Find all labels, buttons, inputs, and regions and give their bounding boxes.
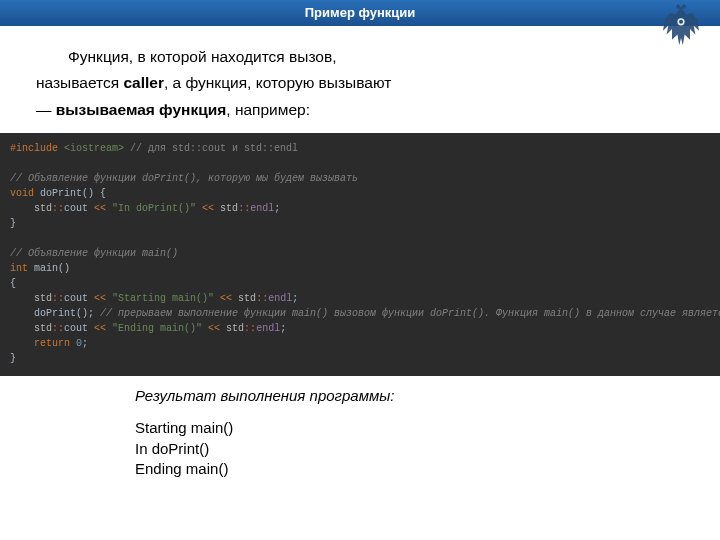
svg-point-1 — [679, 20, 683, 24]
result-line: Ending main() — [135, 459, 720, 479]
intro-line-1: Функция, в которой находится вызов, — [36, 44, 684, 70]
intro-paragraph: Функция, в которой находится вызов, назы… — [0, 26, 720, 133]
result-line: Starting main() — [135, 418, 720, 438]
result-line: In doPrint() — [135, 439, 720, 459]
eagle-emblem-icon — [654, 2, 708, 56]
caller-term: caller — [123, 74, 164, 91]
callee-term: вызываемая функция — [56, 101, 227, 118]
slide-header: Пример функции — [0, 0, 720, 26]
intro-line-2b: , а функция, которую вызывают — [164, 74, 391, 91]
result-title: Результат выполнения программы: — [135, 386, 720, 406]
slide-title: Пример функции — [305, 5, 415, 20]
intro-line-3b: , например: — [226, 101, 310, 118]
intro-line-2a: называется — [36, 74, 123, 91]
code-block: #include <iostream> // для std::cout и s… — [0, 133, 720, 376]
intro-line-3a: — — [36, 101, 56, 118]
result-block: Результат выполнения программы: Starting… — [0, 376, 720, 479]
